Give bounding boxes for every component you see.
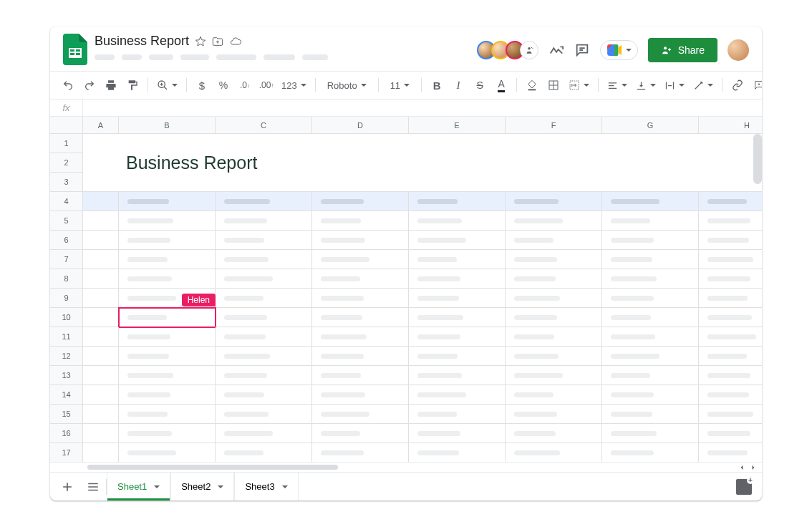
cell[interactable] xyxy=(699,327,762,347)
cell[interactable] xyxy=(506,250,602,269)
cell[interactable] xyxy=(602,385,699,405)
cell[interactable] xyxy=(83,192,119,211)
redo-button[interactable] xyxy=(80,74,99,96)
cell[interactable] xyxy=(216,327,312,347)
cell[interactable] xyxy=(83,385,119,405)
bold-button[interactable]: B xyxy=(427,74,446,96)
cell[interactable] xyxy=(216,385,312,405)
cell[interactable] xyxy=(83,308,119,327)
cell[interactable] xyxy=(216,308,312,327)
cell[interactable] xyxy=(216,289,312,308)
add-sheet-button[interactable] xyxy=(54,474,80,500)
cell[interactable] xyxy=(119,269,216,289)
cell[interactable] xyxy=(699,134,762,153)
cell[interactable] xyxy=(602,192,699,211)
anonymous-avatar[interactable] xyxy=(520,41,538,59)
cell[interactable] xyxy=(506,192,602,211)
cell[interactable] xyxy=(506,289,602,308)
cell[interactable] xyxy=(699,153,762,173)
row-header[interactable]: 4 xyxy=(50,192,83,211)
cell[interactable] xyxy=(602,134,699,153)
cell[interactable] xyxy=(83,211,119,231)
cell[interactable] xyxy=(83,231,119,250)
text-color-button[interactable]: A xyxy=(492,74,511,96)
cell[interactable] xyxy=(699,443,762,462)
cell[interactable] xyxy=(119,173,216,192)
v-align-button[interactable] xyxy=(633,80,659,91)
cell[interactable] xyxy=(409,366,506,385)
row-header[interactable]: 6 xyxy=(50,231,83,250)
row-header[interactable]: 16 xyxy=(50,424,83,443)
cell[interactable] xyxy=(83,327,119,347)
cell[interactable] xyxy=(312,347,409,366)
column-header[interactable]: A xyxy=(83,117,119,134)
cell[interactable] xyxy=(602,366,699,385)
cell[interactable] xyxy=(409,134,506,153)
document-title[interactable]: Business Report xyxy=(95,34,189,49)
cell[interactable] xyxy=(602,347,699,366)
cell[interactable] xyxy=(312,366,409,385)
cell[interactable] xyxy=(216,443,312,462)
cell[interactable] xyxy=(506,347,602,366)
cell[interactable] xyxy=(506,134,602,153)
cell[interactable] xyxy=(409,269,506,289)
cell[interactable] xyxy=(216,405,312,424)
sheet-tab[interactable]: Sheet2 xyxy=(170,473,234,501)
cell[interactable] xyxy=(83,269,119,289)
cell[interactable] xyxy=(699,211,762,231)
cell[interactable] xyxy=(699,250,762,269)
cell[interactable] xyxy=(506,173,602,192)
wrap-button[interactable] xyxy=(662,80,687,91)
cell[interactable] xyxy=(409,192,506,211)
share-button[interactable]: Share xyxy=(648,38,717,62)
row-header[interactable]: 17 xyxy=(50,443,83,462)
cell[interactable] xyxy=(409,405,506,424)
cell[interactable] xyxy=(602,211,699,231)
move-folder-icon[interactable] xyxy=(212,36,223,47)
cell[interactable] xyxy=(312,405,409,424)
comment-button[interactable] xyxy=(750,74,762,96)
cell[interactable] xyxy=(216,366,312,385)
cell[interactable] xyxy=(119,385,216,405)
cell[interactable] xyxy=(216,347,312,366)
cell[interactable] xyxy=(409,327,506,347)
cell[interactable] xyxy=(506,327,602,347)
explore-button[interactable] xyxy=(736,479,752,495)
cell[interactable] xyxy=(506,385,602,405)
cell[interactable] xyxy=(699,405,762,424)
column-header[interactable]: G xyxy=(602,117,699,134)
row-header[interactable]: 15 xyxy=(50,405,83,424)
cell[interactable] xyxy=(119,250,216,269)
cell[interactable] xyxy=(83,250,119,269)
cell[interactable] xyxy=(699,385,762,405)
currency-button[interactable]: $ xyxy=(193,74,211,96)
cell[interactable] xyxy=(83,134,119,153)
scroll-right-icon[interactable] xyxy=(749,463,758,472)
comments-icon[interactable] xyxy=(574,42,590,58)
cell[interactable] xyxy=(602,405,699,424)
cell[interactable] xyxy=(119,366,216,385)
cell[interactable] xyxy=(119,192,216,211)
row-header[interactable]: 8 xyxy=(50,269,83,289)
cell[interactable] xyxy=(506,308,602,327)
all-sheets-button[interactable] xyxy=(80,474,106,500)
meet-button[interactable] xyxy=(600,40,638,60)
link-button[interactable] xyxy=(728,74,747,96)
cell[interactable] xyxy=(699,289,762,308)
column-header[interactable]: E xyxy=(409,117,506,134)
cell[interactable] xyxy=(119,424,216,443)
cell[interactable] xyxy=(699,173,762,192)
cell[interactable] xyxy=(409,308,506,327)
print-button[interactable] xyxy=(102,74,120,96)
cell[interactable] xyxy=(312,192,409,211)
cell[interactable] xyxy=(699,366,762,385)
cell[interactable] xyxy=(119,231,216,250)
cell[interactable] xyxy=(602,153,699,173)
cell[interactable] xyxy=(312,231,409,250)
increase-decimal-button[interactable]: .00↑ xyxy=(257,74,276,96)
cell[interactable] xyxy=(216,153,312,173)
percent-button[interactable]: % xyxy=(214,74,233,96)
cell[interactable] xyxy=(506,211,602,231)
cell[interactable] xyxy=(119,347,216,366)
cell[interactable] xyxy=(312,153,409,173)
